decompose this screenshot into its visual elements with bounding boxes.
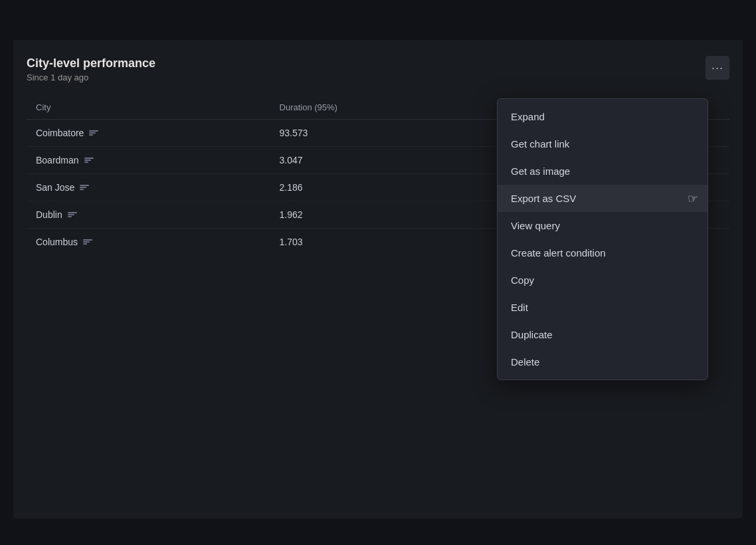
panel-header: City-level performance Since 1 day ago ·… — [27, 56, 729, 82]
city-cell: Dublin — [27, 201, 270, 229]
context-menu: ExpandGet chart linkGet as imageExport a… — [497, 98, 708, 380]
context-menu-item-get-as-image[interactable]: Get as image — [498, 158, 708, 185]
d95-cell: 1.962 — [270, 201, 500, 229]
d95-cell: 3.047 — [270, 147, 500, 174]
city-name: San Jose — [36, 182, 74, 193]
context-menu-item-export-as-csv[interactable]: Export as CSV☞ — [498, 185, 708, 212]
filter-icon[interactable] — [80, 185, 89, 190]
city-name: Boardman — [36, 155, 79, 165]
context-menu-item-create-alert[interactable]: Create alert condition — [498, 239, 708, 267]
context-menu-item-view-query[interactable]: View query — [498, 212, 708, 239]
d95-cell: 1.703 — [270, 229, 500, 256]
city-cell: Columbus — [27, 229, 270, 256]
panel-subtitle: Since 1 day ago — [27, 72, 155, 82]
city-cell: Boardman — [27, 147, 270, 174]
col-header-city: City — [27, 96, 270, 120]
ellipsis-icon: ··· — [711, 61, 723, 75]
filter-icon[interactable] — [89, 130, 98, 136]
d95-cell: 93.573 — [270, 120, 500, 147]
context-menu-item-edit[interactable]: Edit — [498, 294, 708, 321]
panel-title-group: City-level performance Since 1 day ago — [27, 56, 155, 82]
context-menu-item-delete[interactable]: Delete — [498, 348, 708, 376]
filter-icon[interactable] — [83, 239, 92, 245]
context-menu-item-get-chart-link[interactable]: Get chart link — [498, 130, 708, 158]
col-header-d95: Duration (95%) — [270, 96, 500, 120]
cursor-pointer-icon: ☞ — [688, 191, 698, 206]
city-cell: Coimbatore — [27, 120, 270, 147]
context-menu-item-duplicate[interactable]: Duplicate — [498, 321, 708, 348]
context-menu-item-expand[interactable]: Expand — [498, 103, 708, 130]
city-name: Columbus — [36, 237, 78, 247]
city-name: Coimbatore — [36, 128, 84, 138]
panel-menu-button[interactable]: ··· — [706, 56, 729, 80]
city-cell: San Jose — [27, 174, 270, 201]
d95-cell: 2.186 — [270, 174, 500, 201]
filter-icon[interactable] — [68, 212, 77, 217]
panel-title: City-level performance — [27, 56, 155, 71]
context-menu-item-copy[interactable]: Copy — [498, 267, 708, 294]
city-name: Dublin — [36, 209, 62, 220]
filter-icon[interactable] — [84, 158, 94, 163]
